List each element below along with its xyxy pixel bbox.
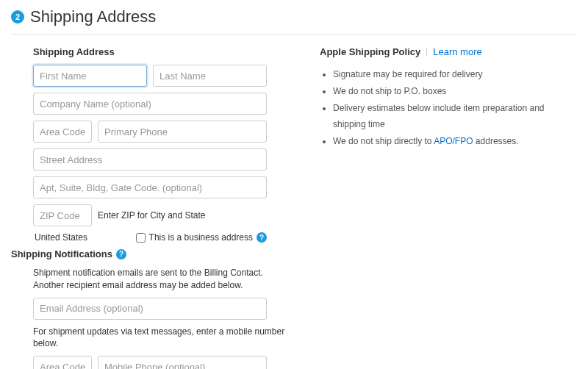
policy-title: Apple Shipping Policy — [320, 46, 420, 57]
apo-fpo-link[interactable]: APO/FPO — [434, 136, 473, 146]
learn-more-link[interactable]: Learn more — [433, 46, 481, 57]
notification-sms-description: For shipment updates via text messages, … — [33, 326, 290, 351]
page-title: Shipping Address — [30, 7, 156, 26]
apt-suite-input[interactable] — [33, 176, 267, 198]
policy-bullet: Delivery estimates below include item pr… — [333, 100, 577, 134]
step-number-badge: 2 — [11, 10, 24, 24]
last-name-input[interactable] — [153, 65, 267, 87]
help-icon[interactable]: ? — [116, 249, 126, 259]
sms-area-code-input[interactable] — [33, 356, 92, 369]
zip-code-input[interactable] — [33, 204, 92, 226]
policy-bullet: Signature may be required for delivery — [333, 66, 577, 83]
sms-mobile-phone-input[interactable] — [98, 356, 267, 369]
notification-email-input[interactable] — [33, 298, 267, 320]
shipping-policy-panel: Apple Shipping Policy Learn more Signatu… — [320, 46, 577, 150]
shipping-address-heading: Shipping Address — [33, 46, 290, 57]
zip-hint-text: Enter ZIP for City and State — [98, 210, 206, 221]
business-address-label: This is a business address — [149, 232, 253, 243]
shipping-form: Shipping Address Enter ZIP for City a — [33, 46, 290, 369]
business-address-checkbox[interactable] — [136, 233, 146, 243]
area-code-input[interactable] — [33, 121, 92, 143]
policy-bullet: We do not ship directly to APO/FPO addre… — [333, 133, 577, 150]
country-label: United States — [35, 232, 87, 243]
divider — [426, 48, 427, 57]
policy-bullet: We do not ship to P.O. boxes — [333, 83, 577, 100]
primary-phone-input[interactable] — [98, 121, 267, 143]
section-header: 2 Shipping Address — [11, 7, 577, 35]
notification-email-description: Shipment notification emails are sent to… — [33, 267, 290, 292]
notifications-heading: Shipping Notifications ? — [11, 248, 290, 259]
street-address-input[interactable] — [33, 148, 267, 171]
company-name-input[interactable] — [33, 93, 267, 115]
first-name-input[interactable] — [33, 65, 147, 87]
help-icon[interactable]: ? — [257, 232, 267, 243]
